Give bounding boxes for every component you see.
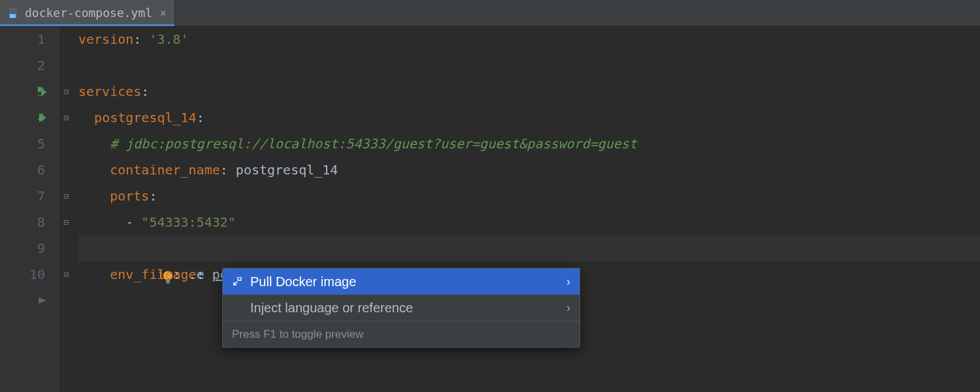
popup-item-pull-docker-image[interactable]: Pull Docker image › (223, 269, 580, 295)
popup-item-inject-language[interactable]: Inject language or reference › (223, 295, 580, 321)
file-tab-docker-compose[interactable]: DC docker-compose.yml ✕ (0, 0, 175, 25)
line-number-gutter: 1 2 3 4 5 6 7 8 9 10 (0, 26, 59, 392)
yaml-key: postgresql_14 (94, 110, 197, 125)
tab-bar: DC docker-compose.yml ✕ (0, 0, 980, 26)
yaml-value: postgresql_14 (236, 162, 338, 178)
svg-text:DC: DC (10, 14, 17, 18)
code-line[interactable]: # jdbc:postgresql://localhost:54333/gues… (78, 131, 980, 157)
colon: : (133, 31, 149, 47)
yaml-string: "54333:5432" (141, 214, 236, 230)
yaml-key: version (78, 31, 133, 47)
popup-item-label: Inject language or reference (250, 301, 413, 316)
intention-actions-popup: Pull Docker image › Inject language or r… (222, 268, 580, 348)
run-service-icon[interactable] (33, 105, 52, 131)
run-all-services-icon[interactable] (33, 78, 52, 105)
yaml-key: container_name (110, 162, 220, 178)
yaml-value: .e (189, 267, 204, 282)
colon: : (173, 267, 189, 282)
yaml-dash: - (125, 214, 141, 230)
popup-item-label: Pull Docker image (250, 274, 356, 289)
intention-bulb-icon[interactable] (98, 240, 114, 256)
colon: : (197, 110, 204, 125)
yaml-comment: # jdbc:postgresql://localhost:54333/gues… (110, 136, 637, 152)
chevron-right-icon: › (566, 275, 570, 289)
code-line[interactable]: - "54333:5432" (78, 209, 980, 235)
yaml-key: env_file (110, 267, 172, 282)
pull-image-icon (232, 276, 242, 287)
docker-compose-file-icon: DC (8, 7, 20, 19)
colon: : (141, 84, 149, 99)
popup-footer: Press F1 to toggle preview (223, 321, 580, 347)
svg-rect-5 (238, 277, 241, 280)
yaml-key: services (78, 84, 141, 99)
code-line[interactable]: ports: (78, 183, 980, 209)
continuation-arrow-icon (33, 287, 52, 314)
tab-filename: docker-compose.yml (25, 6, 152, 20)
code-line[interactable]: postgresql_14: (78, 105, 980, 131)
close-tab-icon[interactable]: ✕ (157, 7, 167, 19)
code-line-current[interactable]: image: postgres:14-alpine (78, 235, 980, 261)
yaml-string: '3.8' (149, 31, 188, 47)
popup-footer-text: Press F1 to toggle preview (232, 328, 363, 341)
colon: : (149, 188, 157, 204)
code-line[interactable]: container_name: postgresql_14 (78, 157, 980, 183)
yaml-key: ports (110, 188, 149, 204)
chevron-right-icon: › (566, 301, 570, 315)
code-line[interactable] (78, 52, 980, 78)
code-line[interactable]: services: (78, 78, 980, 105)
code-line[interactable]: version: '3.8' (78, 26, 980, 52)
colon: : (220, 162, 236, 178)
